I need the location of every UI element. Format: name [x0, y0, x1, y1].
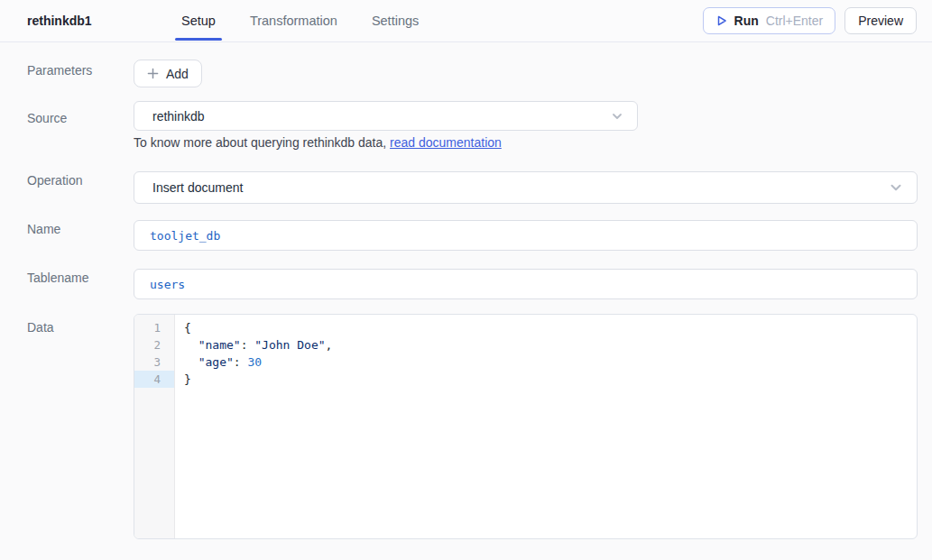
operation-label: Operation — [27, 173, 82, 188]
run-button[interactable]: Run Ctrl+Enter — [703, 7, 836, 34]
code-line-numbers: 1234 — [134, 315, 175, 538]
source-helper-text: To know more about querying rethinkdb da… — [134, 135, 502, 150]
tablename-input[interactable] — [134, 269, 918, 299]
data-label: Data — [27, 320, 54, 335]
code-content[interactable]: { "name": "John Doe", "age": 30} — [175, 315, 917, 538]
source-select[interactable]: rethinkdb — [134, 101, 638, 131]
run-shortcut: Ctrl+Enter — [766, 14, 823, 28]
name-label: Name — [27, 222, 60, 236]
add-parameter-label: Add — [166, 67, 189, 81]
operation-select-value: Insert document — [152, 180, 888, 195]
chevron-down-icon — [610, 109, 624, 124]
parameters-label: Parameters — [27, 63, 92, 78]
chevron-down-icon — [888, 179, 904, 196]
query-tabs: Setup Transformation Settings — [175, 0, 425, 41]
source-select-value: rethinkdb — [152, 109, 610, 124]
query-header: rethinkdb1 Setup Transformation Settings… — [0, 0, 932, 42]
data-code-editor[interactable]: 1234 { "name": "John Doe", "age": 30} — [134, 314, 918, 539]
name-input[interactable] — [134, 220, 918, 251]
plus-icon — [147, 68, 159, 79]
tab-settings[interactable]: Settings — [365, 0, 425, 41]
operation-select[interactable]: Insert document — [134, 171, 918, 204]
header-actions: Run Ctrl+Enter Preview — [703, 7, 917, 34]
preview-button[interactable]: Preview — [844, 7, 917, 34]
source-label: Source — [27, 111, 67, 125]
tab-transformation[interactable]: Transformation — [244, 0, 344, 41]
query-editor-panel: rethinkdb1 Setup Transformation Settings… — [0, 0, 932, 560]
play-icon — [715, 14, 728, 27]
query-name: rethinkdb1 — [27, 0, 92, 41]
tab-setup[interactable]: Setup — [175, 0, 222, 41]
add-parameter-button[interactable]: Add — [134, 60, 202, 87]
run-button-label: Run — [734, 14, 759, 28]
read-documentation-link[interactable]: read documentation — [390, 135, 502, 150]
tablename-label: Tablename — [27, 271, 89, 285]
